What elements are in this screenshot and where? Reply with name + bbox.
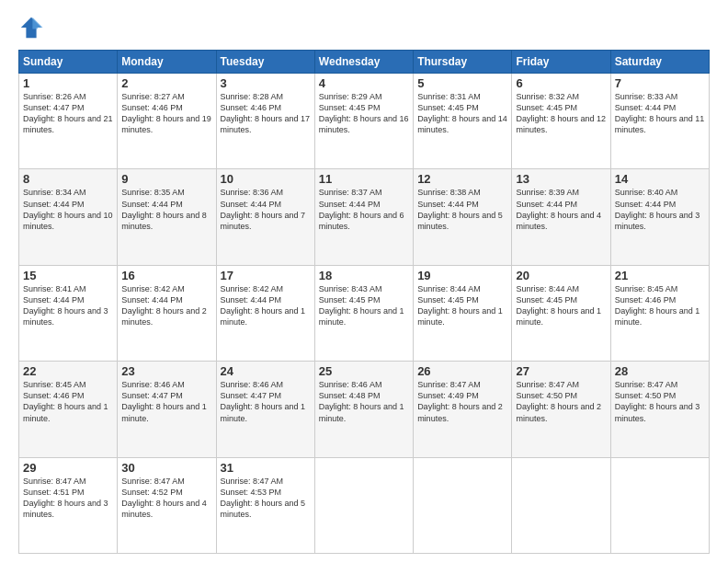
day-number: 22 — [23, 364, 113, 378]
day-number: 18 — [319, 269, 409, 282]
cell-info: Sunset: 4:50 PM — [615, 390, 705, 401]
cell-info: Daylight: 8 hours and 1 minute. — [319, 305, 409, 327]
calendar-cell: 10Sunrise: 8:36 AMSunset: 4:44 PMDayligh… — [216, 169, 314, 265]
cell-info: Daylight: 8 hours and 7 minutes. — [221, 210, 311, 232]
cell-info: Sunset: 4:44 PM — [121, 294, 211, 305]
calendar-cell — [610, 457, 709, 553]
cell-info: Sunrise: 8:37 AM — [319, 187, 409, 198]
cell-info: Daylight: 8 hours and 1 minute. — [221, 401, 311, 423]
cell-info: Daylight: 8 hours and 1 minute. — [23, 401, 113, 423]
calendar-week-row: 15Sunrise: 8:41 AMSunset: 4:44 PMDayligh… — [19, 265, 710, 361]
calendar-cell: 15Sunrise: 8:41 AMSunset: 4:44 PMDayligh… — [19, 265, 118, 361]
cell-info: Sunset: 4:46 PM — [121, 102, 211, 113]
cell-info: Sunrise: 8:46 AM — [221, 379, 311, 390]
cell-info: Sunrise: 8:47 AM — [615, 379, 705, 390]
cell-info: Daylight: 8 hours and 1 minute. — [417, 305, 507, 327]
day-number: 31 — [221, 461, 311, 475]
calendar-cell: 19Sunrise: 8:44 AMSunset: 4:45 PMDayligh… — [414, 265, 512, 361]
calendar-cell: 18Sunrise: 8:43 AMSunset: 4:45 PMDayligh… — [314, 265, 413, 361]
cell-info: Daylight: 8 hours and 1 minute. — [221, 305, 311, 327]
cell-info: Sunrise: 8:27 AM — [121, 91, 211, 102]
cell-info: Sunset: 4:45 PM — [516, 102, 606, 113]
day-number: 30 — [121, 461, 211, 475]
day-number: 23 — [121, 364, 211, 378]
cell-info: Sunrise: 8:38 AM — [417, 187, 507, 198]
day-number: 21 — [615, 269, 705, 282]
day-number: 7 — [615, 76, 705, 90]
day-number: 25 — [319, 364, 409, 378]
cell-info: Sunrise: 8:29 AM — [319, 91, 409, 102]
day-number: 27 — [516, 364, 606, 378]
cell-info: Sunset: 4:45 PM — [319, 102, 409, 113]
cell-info: Daylight: 8 hours and 12 minutes. — [516, 113, 606, 135]
cell-info: Sunset: 4:44 PM — [221, 294, 311, 305]
calendar-cell: 5Sunrise: 8:31 AMSunset: 4:45 PMDaylight… — [414, 74, 512, 169]
cell-info: Daylight: 8 hours and 1 minute. — [319, 401, 409, 423]
cell-info: Sunset: 4:50 PM — [516, 390, 606, 401]
cell-info: Daylight: 8 hours and 4 minutes. — [516, 210, 606, 232]
cell-info: Daylight: 8 hours and 3 minutes. — [23, 498, 113, 520]
cell-info: Sunrise: 8:34 AM — [23, 187, 113, 198]
cell-info: Sunset: 4:44 PM — [23, 294, 113, 305]
calendar-cell: 3Sunrise: 8:28 AMSunset: 4:46 PMDaylight… — [216, 74, 314, 169]
calendar-day-header: Wednesday — [314, 51, 413, 74]
cell-info: Sunrise: 8:46 AM — [121, 379, 211, 390]
header — [18, 15, 710, 40]
cell-info: Sunrise: 8:33 AM — [615, 91, 705, 102]
calendar-day-header: Saturday — [610, 51, 709, 74]
day-number: 4 — [319, 76, 409, 90]
cell-info: Sunrise: 8:42 AM — [221, 283, 311, 294]
calendar-week-row: 29Sunrise: 8:47 AMSunset: 4:51 PMDayligh… — [19, 457, 710, 553]
cell-info: Sunset: 4:47 PM — [121, 390, 211, 401]
calendar-day-header: Thursday — [414, 51, 512, 74]
cell-info: Daylight: 8 hours and 3 minutes. — [615, 210, 705, 232]
calendar-cell — [414, 457, 512, 553]
day-number: 6 — [516, 76, 606, 90]
calendar-day-header: Monday — [118, 51, 216, 74]
day-number: 8 — [23, 172, 113, 186]
calendar-cell: 23Sunrise: 8:46 AMSunset: 4:47 PMDayligh… — [118, 362, 216, 457]
cell-info: Sunrise: 8:32 AM — [516, 91, 606, 102]
calendar-cell — [512, 457, 610, 553]
calendar-cell: 12Sunrise: 8:38 AMSunset: 4:44 PMDayligh… — [414, 169, 512, 265]
day-number: 9 — [121, 172, 211, 186]
cell-info: Sunset: 4:51 PM — [23, 487, 113, 498]
cell-info: Sunrise: 8:41 AM — [23, 283, 113, 294]
calendar-cell: 14Sunrise: 8:40 AMSunset: 4:44 PMDayligh… — [610, 169, 709, 265]
cell-info: Sunrise: 8:47 AM — [417, 379, 507, 390]
cell-info: Sunrise: 8:47 AM — [23, 476, 113, 487]
cell-info: Sunset: 4:48 PM — [319, 390, 409, 401]
calendar-cell — [314, 457, 413, 553]
calendar-cell: 20Sunrise: 8:44 AMSunset: 4:45 PMDayligh… — [512, 265, 610, 361]
cell-info: Sunrise: 8:47 AM — [121, 476, 211, 487]
cell-info: Daylight: 8 hours and 10 minutes. — [23, 210, 113, 232]
cell-info: Daylight: 8 hours and 16 minutes. — [319, 113, 409, 135]
calendar-cell: 26Sunrise: 8:47 AMSunset: 4:49 PMDayligh… — [414, 362, 512, 457]
calendar-table: SundayMondayTuesdayWednesdayThursdayFrid… — [18, 50, 710, 554]
cell-info: Daylight: 8 hours and 3 minutes. — [23, 305, 113, 327]
day-number: 14 — [615, 172, 705, 186]
cell-info: Sunset: 4:44 PM — [516, 199, 606, 210]
cell-info: Sunset: 4:45 PM — [516, 294, 606, 305]
calendar-day-header: Friday — [512, 51, 610, 74]
day-number: 24 — [221, 364, 311, 378]
cell-info: Sunset: 4:44 PM — [23, 199, 113, 210]
cell-info: Daylight: 8 hours and 1 minute. — [121, 401, 211, 423]
cell-info: Sunset: 4:44 PM — [615, 102, 705, 113]
day-number: 3 — [221, 76, 311, 90]
cell-info: Daylight: 8 hours and 6 minutes. — [319, 210, 409, 232]
cell-info: Sunrise: 8:45 AM — [615, 283, 705, 294]
cell-info: Sunset: 4:47 PM — [221, 390, 311, 401]
cell-info: Sunset: 4:45 PM — [417, 294, 507, 305]
cell-info: Daylight: 8 hours and 5 minutes. — [221, 498, 311, 520]
calendar-cell: 16Sunrise: 8:42 AMSunset: 4:44 PMDayligh… — [118, 265, 216, 361]
calendar-cell: 8Sunrise: 8:34 AMSunset: 4:44 PMDaylight… — [19, 169, 118, 265]
day-number: 28 — [615, 364, 705, 378]
calendar-cell: 17Sunrise: 8:42 AMSunset: 4:44 PMDayligh… — [216, 265, 314, 361]
calendar-week-row: 8Sunrise: 8:34 AMSunset: 4:44 PMDaylight… — [19, 169, 710, 265]
cell-info: Sunset: 4:46 PM — [23, 390, 113, 401]
cell-info: Daylight: 8 hours and 3 minutes. — [615, 401, 705, 423]
cell-info: Daylight: 8 hours and 2 minutes. — [417, 401, 507, 423]
cell-info: Daylight: 8 hours and 1 minute. — [615, 305, 705, 327]
cell-info: Daylight: 8 hours and 2 minutes. — [121, 305, 211, 327]
